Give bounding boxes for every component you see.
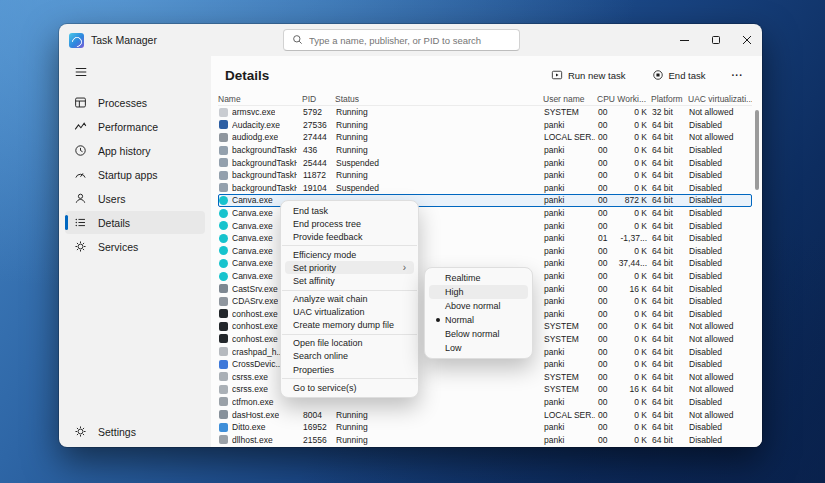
submenu-item-low[interactable]: Low (429, 341, 528, 355)
menu-toggle-button[interactable] (65, 60, 205, 83)
cell-c5: 0 K (617, 409, 647, 421)
menu-item-go-to-service-s[interactable]: Go to service(s) (285, 381, 414, 394)
process-icon (219, 196, 228, 205)
run-new-task-button[interactable]: Run new task (546, 66, 631, 84)
cell-c3: panki (541, 358, 595, 370)
process-name: armsvc.exe (232, 106, 275, 118)
process-icon (219, 410, 228, 419)
column-header-platform[interactable]: Platform (646, 93, 683, 105)
cell-c7: Disabled (684, 396, 751, 408)
column-header-worki[interactable]: Worki... (616, 93, 646, 105)
sidebar-item-settings[interactable]: Settings (65, 420, 205, 443)
submenu-item-high[interactable]: High (429, 285, 528, 299)
cell-c5: 0 K (617, 169, 647, 181)
table-header: NamePIDStatusUser nameCPUWorki...Platfor… (218, 93, 752, 106)
cell-c7: Disabled (684, 257, 751, 269)
cell-c4: 00 (595, 119, 617, 131)
cell-c3: panki (541, 295, 595, 307)
menu-item-set-affinity[interactable]: Set affinity (285, 274, 414, 287)
table-row[interactable]: backgroundTaskHost...19104Suspendedpanki… (218, 182, 752, 195)
menu-item-properties[interactable]: Properties (285, 363, 414, 376)
process-name: Audacity.exe (232, 119, 280, 131)
sidebar-item-processes[interactable]: Processes (65, 91, 205, 114)
menu-item-create-memory-dump-file[interactable]: Create memory dump file (285, 319, 414, 332)
cell-c6: 64 bit (647, 283, 684, 295)
cell-c7: Not allowed (684, 106, 751, 118)
table-row[interactable]: backgroundTaskHost...436Runningpanki000 … (218, 144, 752, 157)
sidebar-item-app-history[interactable]: App history (65, 139, 205, 162)
cell-c6: 64 bit (647, 270, 684, 282)
cell-c3: panki (541, 396, 595, 408)
menu-item-end-process-tree[interactable]: End process tree (285, 217, 414, 230)
column-header-user-name[interactable]: User name (540, 93, 594, 105)
cell-c7: Disabled (684, 308, 751, 320)
search-input[interactable] (309, 35, 511, 46)
table-row[interactable]: Ditto.exe16952Runningpanki000 K64 bitDis… (218, 421, 752, 434)
submenu-item-normal[interactable]: Normal (429, 313, 528, 327)
vertical-scrollbar[interactable] (755, 106, 759, 444)
table-row[interactable]: dasHost.exe8004RunningLOCAL SER...000 K6… (218, 408, 752, 421)
more-options-button[interactable]: ··· (727, 67, 749, 84)
cell-c6: 64 bit (647, 220, 684, 232)
sidebar-item-details[interactable]: Details (65, 211, 205, 234)
menu-item-uac-virtualization[interactable]: UAC virtualization (285, 306, 414, 319)
table-row[interactable]: Audacity.exe27536Runningpanki000 K64 bit… (218, 119, 752, 132)
submenu-item-above-normal[interactable]: Above normal (429, 299, 528, 313)
cell-c5: 0 K (617, 320, 647, 332)
cell-c4: 00 (595, 257, 617, 269)
processes-icon (73, 95, 88, 110)
menu-item-provide-feedback[interactable]: Provide feedback (285, 230, 414, 243)
cell-c5: 16 K (617, 383, 647, 395)
table-row[interactable]: armsvc.exe5792RunningSYSTEM000 K32 bitNo… (218, 106, 752, 119)
cell-c2: Running (330, 421, 541, 433)
minimize-icon (680, 40, 689, 41)
menu-item-set-priority[interactable]: Set priority› (285, 261, 414, 274)
table-row[interactable]: dllhost.exe21556Runningpanki000 K64 bitD… (218, 433, 752, 446)
cell-c3: panki (541, 308, 595, 320)
table-row[interactable]: backgroundTaskHost...11872Runningpanki00… (218, 169, 752, 182)
sidebar-item-startup-apps[interactable]: Startup apps (65, 163, 205, 186)
menu-item-search-online[interactable]: Search online (285, 350, 414, 363)
cell-c5: 0 K (617, 131, 647, 143)
menu-item-label: Normal (445, 315, 474, 325)
menu-item-label: Set priority (293, 263, 336, 273)
column-header-status[interactable]: Status (329, 93, 540, 105)
sidebar-item-users[interactable]: Users (65, 187, 205, 210)
cell-c6: 64 bit (647, 295, 684, 307)
column-header-pid[interactable]: PID (296, 93, 329, 105)
hamburger-icon (73, 64, 88, 79)
sidebar-item-services[interactable]: Services (65, 235, 205, 258)
scrollbar-thumb[interactable] (755, 110, 759, 190)
cell-c4: 00 (595, 157, 617, 169)
search-icon (292, 31, 303, 49)
sidebar-nav: ProcessesPerformanceApp historyStartup a… (59, 91, 211, 258)
cell-c3: panki (541, 220, 595, 232)
end-task-button[interactable]: End task (647, 66, 711, 84)
close-button[interactable] (731, 24, 762, 56)
menu-separator (282, 290, 417, 291)
column-header-uac-virtualizati[interactable]: UAC virtualizati... (683, 93, 752, 105)
cell-c6: 64 bit (647, 421, 684, 433)
minimize-button[interactable] (669, 24, 700, 56)
table-row[interactable]: backgroundTaskHost...25444Suspendedpanki… (218, 156, 752, 169)
menu-item-label: End process tree (293, 219, 361, 229)
desktop-wallpaper: Task Manager ProcessesPerformanceApp his… (0, 0, 825, 483)
submenu-item-realtime[interactable]: Realtime (429, 271, 528, 285)
menu-item-label: Below normal (445, 329, 500, 339)
submenu-item-below-normal[interactable]: Below normal (429, 327, 528, 341)
cell-c7: Disabled (684, 270, 751, 282)
sidebar-item-performance[interactable]: Performance (65, 115, 205, 138)
search-box[interactable] (283, 29, 520, 51)
cell-c6: 64 bit (647, 396, 684, 408)
cell-c3: panki (541, 346, 595, 358)
column-header-name[interactable]: Name (218, 93, 296, 105)
menu-item-analyze-wait-chain[interactable]: Analyze wait chain (285, 293, 414, 306)
menu-item-efficiency-mode[interactable]: Efficiency mode (285, 248, 414, 261)
menu-item-open-file-location[interactable]: Open file location (285, 337, 414, 350)
table-row[interactable]: audiodg.exe27444RunningLOCAL SER...000 K… (218, 131, 752, 144)
maximize-button[interactable] (700, 24, 731, 56)
settings-icon (73, 424, 88, 439)
menu-item-end-task[interactable]: End task (285, 204, 414, 217)
process-icon (219, 397, 228, 406)
column-header-cpu[interactable]: CPU (594, 93, 616, 105)
